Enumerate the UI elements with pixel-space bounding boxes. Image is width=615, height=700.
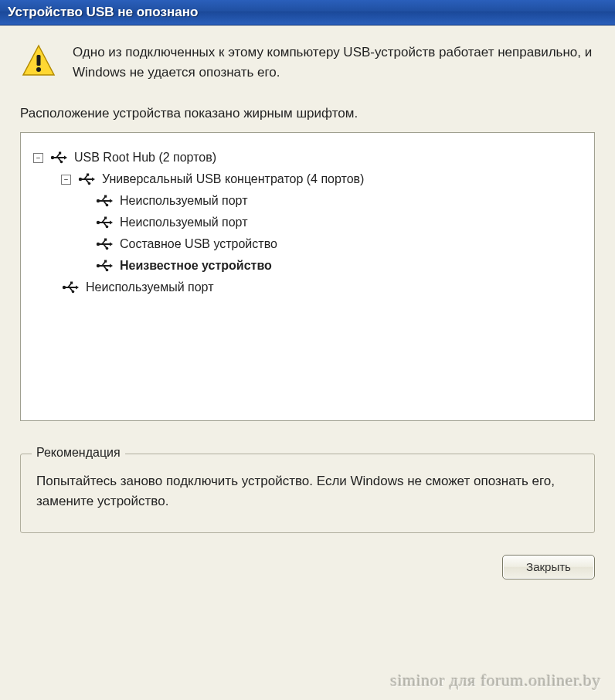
- svg-point-13: [106, 226, 109, 229]
- svg-point-19: [106, 269, 109, 272]
- tree-hub[interactable]: − Универсальный USB концентратор (4 порт…: [33, 168, 582, 190]
- svg-rect-18: [104, 260, 107, 263]
- tree-label: Неиспользуемый порт: [120, 212, 247, 233]
- window-title: Устройство USB не опознано: [8, 5, 198, 20]
- device-tree: − USB Root Hub (2 портов) − Универсальны…: [20, 132, 595, 421]
- svg-point-10: [106, 204, 109, 207]
- recommendation-box: Рекомендация Попытайтесь заново подключи…: [20, 454, 595, 533]
- tree-label: Неиспользуемый порт: [120, 190, 247, 212]
- warning-icon: [20, 42, 57, 83]
- tree-label: Универсальный USB концентратор (4 портов…: [102, 168, 364, 190]
- info-text: Одно из подключенных к этому компьютеру …: [73, 42, 595, 82]
- svg-rect-21: [70, 282, 73, 284]
- svg-point-22: [72, 291, 75, 294]
- tree-leaf[interactable]: Неиспользуемый порт: [33, 190, 582, 212]
- svg-rect-3: [59, 152, 61, 155]
- svg-rect-15: [104, 239, 107, 241]
- svg-point-16: [106, 247, 109, 250]
- recommendation-legend: Рекомендация: [32, 446, 125, 460]
- tree-label: Неиспользуемый порт: [86, 277, 213, 298]
- svg-point-1: [36, 67, 41, 72]
- svg-rect-12: [104, 217, 107, 219]
- usb-icon: [95, 259, 114, 273]
- tree-leaf-unknown[interactable]: Неизвестное устройство: [33, 255, 582, 277]
- tree-label: Составное USB устройство: [120, 233, 277, 255]
- usb-icon: [77, 172, 96, 186]
- svg-point-7: [88, 182, 91, 185]
- usb-icon: [61, 280, 80, 294]
- hint-text: Расположение устройства показано жирным …: [20, 106, 595, 121]
- svg-point-4: [60, 161, 63, 164]
- usb-icon: [95, 194, 114, 208]
- usb-icon: [95, 237, 114, 251]
- tree-leaf[interactable]: Составное USB устройство: [33, 233, 582, 255]
- dialog-body: Одно из подключенных к этому компьютеру …: [0, 25, 615, 700]
- collapse-icon[interactable]: −: [33, 153, 43, 163]
- titlebar: Устройство USB не опознано: [0, 0, 615, 25]
- collapse-icon[interactable]: −: [61, 175, 71, 185]
- svg-rect-0: [37, 55, 41, 66]
- recommendation-text: Попытайтесь заново подключить устройство…: [36, 471, 579, 512]
- usb-icon: [49, 151, 68, 165]
- tree-leaf[interactable]: Неиспользуемый порт: [33, 277, 582, 298]
- svg-rect-9: [104, 195, 107, 198]
- usb-icon: [95, 216, 114, 229]
- tree-label: Неизвестное устройство: [120, 255, 272, 277]
- tree-label: USB Root Hub (2 портов): [74, 147, 216, 168]
- close-button[interactable]: Закрыть: [502, 555, 595, 579]
- svg-rect-6: [87, 174, 89, 176]
- tree-leaf[interactable]: Неиспользуемый порт: [33, 212, 582, 233]
- tree-root[interactable]: − USB Root Hub (2 портов): [33, 147, 582, 168]
